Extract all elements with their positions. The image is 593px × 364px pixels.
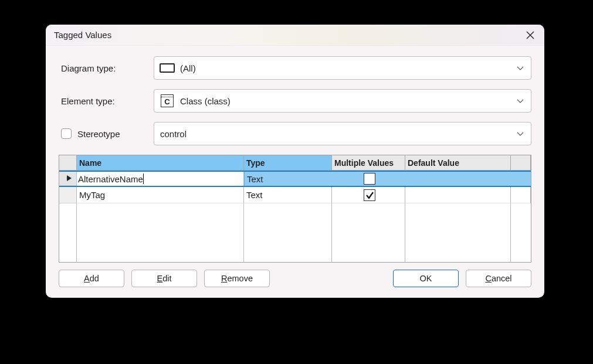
- multiple-cell[interactable]: [332, 172, 405, 186]
- row-gutter-header: [59, 155, 77, 171]
- table-row[interactable]: AlternativeName Text: [59, 171, 531, 187]
- row-indicator: [59, 187, 77, 203]
- default-column-header[interactable]: Default Value: [405, 155, 511, 171]
- title-bar: Tagged Values: [46, 25, 544, 46]
- stereotype-dropdown[interactable]: control: [154, 122, 531, 145]
- spacer-cell: [511, 187, 531, 203]
- stereotype-value: control: [159, 129, 187, 139]
- element-type-label: Element type:: [59, 96, 154, 106]
- ok-button[interactable]: OK: [393, 270, 459, 287]
- add-button[interactable]: Add: [59, 270, 124, 287]
- multiple-checkbox[interactable]: [364, 189, 375, 201]
- diagram-type-dropdown[interactable]: (All): [154, 56, 531, 80]
- stereotype-label: Stereotype: [77, 129, 120, 139]
- all-icon: [159, 62, 175, 74]
- diagram-type-value: (All): [180, 63, 196, 73]
- multiple-checkbox[interactable]: [364, 173, 375, 185]
- type-column-header[interactable]: Type: [244, 155, 332, 171]
- stereotype-row: Stereotype control: [59, 122, 531, 145]
- chevron-down-icon: [517, 96, 524, 106]
- type-cell[interactable]: Text: [244, 172, 332, 186]
- element-type-row: Element type: C Class (class): [59, 89, 531, 113]
- name-cell[interactable]: MyTag: [77, 187, 244, 203]
- element-type-dropdown[interactable]: C Class (class): [154, 89, 531, 113]
- stereotype-label-col: Stereotype: [59, 128, 154, 139]
- type-cell[interactable]: Text: [244, 187, 332, 203]
- multiple-column-header[interactable]: Multiple Values: [332, 155, 405, 171]
- diagram-type-row: Diagram type: (All): [59, 56, 531, 80]
- button-row: Add Edit Remove OK Cancel: [59, 270, 531, 287]
- diagram-type-label: Diagram type:: [59, 63, 154, 73]
- default-cell[interactable]: [405, 172, 511, 186]
- name-cell-editor[interactable]: AlternativeName: [77, 172, 243, 186]
- close-icon[interactable]: [524, 29, 536, 41]
- chevron-down-icon: [517, 63, 524, 73]
- stereotype-checkbox[interactable]: [61, 128, 72, 139]
- element-type-value: Class (class): [180, 96, 231, 106]
- chevron-down-icon: [517, 129, 524, 138]
- table-row[interactable]: MyTag Text: [59, 187, 531, 203]
- multiple-cell[interactable]: [332, 187, 405, 203]
- name-value: AlternativeName: [78, 174, 143, 184]
- spacer-cell: [511, 172, 531, 186]
- name-column-header[interactable]: Name: [77, 155, 244, 171]
- spacer-column-header: [511, 155, 531, 171]
- class-icon: C: [159, 95, 175, 107]
- dialog-title: Tagged Values: [54, 30, 111, 40]
- edit-button[interactable]: Edit: [131, 270, 197, 287]
- svg-marker-2: [67, 175, 72, 181]
- default-cell[interactable]: [405, 187, 511, 203]
- tagged-values-table: Name Type Multiple Values Default Value …: [59, 155, 531, 263]
- current-row-icon: [66, 174, 72, 183]
- remove-button[interactable]: Remove: [204, 270, 270, 287]
- table-header-row: Name Type Multiple Values Default Value: [59, 155, 531, 171]
- table-empty-area: [59, 203, 531, 262]
- cancel-button[interactable]: Cancel: [466, 270, 531, 287]
- tagged-values-dialog: Tagged Values Diagram type: (All) Elemen…: [46, 25, 544, 298]
- row-indicator: [59, 172, 77, 186]
